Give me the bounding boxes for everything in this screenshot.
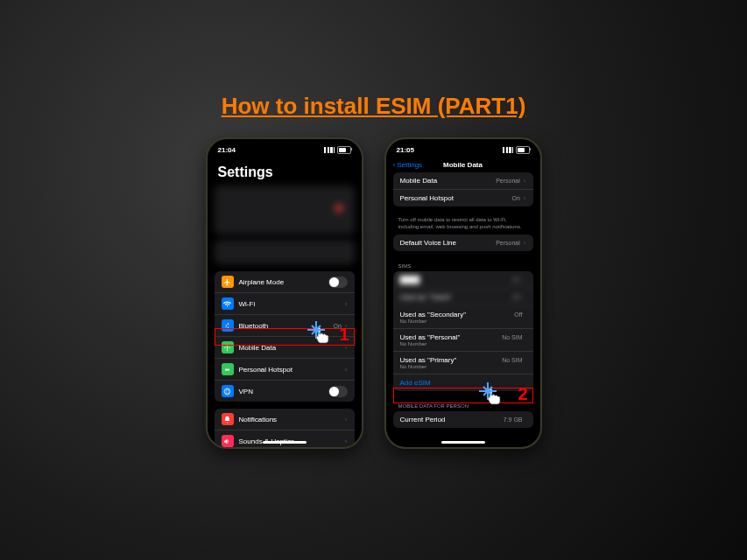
back-label: Settings <box>397 161 422 169</box>
sim2-label: Used as "Travel" <box>400 293 512 301</box>
antenna-icon <box>222 341 234 354</box>
voice-line-label: Default Voice Line <box>400 239 497 247</box>
sim-row-5[interactable]: Used as "Primary"No SIM No Number <box>393 352 533 374</box>
chevron-icon: › <box>524 293 526 301</box>
current-period-label: Current Period <box>400 416 504 424</box>
sim1-label: ████ <box>400 276 512 284</box>
sim1-value: On <box>511 276 519 283</box>
back-button[interactable]: ‹ Settings <box>393 161 423 169</box>
current-period-row[interactable]: Current Period 7.9 GB <box>393 411 533 428</box>
notch <box>254 139 315 151</box>
wifi-row[interactable]: Wi-Fi › <box>215 293 355 315</box>
chevron-icon: › <box>345 300 348 308</box>
voice-group: Default Voice Line Personal › <box>393 234 533 251</box>
chevron-icon: › <box>345 366 348 374</box>
signal-icon <box>324 147 335 153</box>
status-time: 21:04 <box>218 146 236 154</box>
hotspot-value: On <box>511 195 519 201</box>
phone-mobile-data: 21:05 ‹ Settings Mobile Data Mobile Data… <box>384 137 542 449</box>
notch <box>433 139 494 151</box>
sim5-value: No SIM <box>502 357 522 363</box>
bluetooth-icon <box>222 319 234 332</box>
connectivity-group: Airplane Mode Wi-Fi › Bluetooth On › Mob… <box>215 271 355 402</box>
mobile-data-value: Personal <box>496 178 520 184</box>
mobile-data-label: Mobile Data <box>400 177 497 185</box>
sim-row-2[interactable]: Used as "Travel" Off › <box>393 289 533 306</box>
chevron-icon: › <box>524 239 526 247</box>
wifi-icon <box>222 298 234 310</box>
sim-row-3[interactable]: Used as "Secondary"Off No Number <box>393 306 533 329</box>
chevron-icon: › <box>345 416 348 424</box>
data-hint: Turn off mobile data to restrict all dat… <box>386 214 540 234</box>
battery-icon <box>337 146 351 154</box>
battery-icon <box>516 146 530 154</box>
airplane-icon <box>222 276 234 288</box>
chevron-icon: › <box>524 194 526 202</box>
sim3-value: Off <box>514 312 522 318</box>
svg-point-3 <box>226 388 229 395</box>
signal-icon <box>503 147 513 153</box>
sim3-sub: No Number <box>400 318 427 324</box>
notifications-icon <box>222 413 234 425</box>
sounds-row[interactable]: Sounds & Haptics › <box>215 430 355 449</box>
home-indicator <box>263 441 307 444</box>
status-time: 21:05 <box>397 146 414 154</box>
sim-row-1[interactable]: ████ On › <box>393 271 533 289</box>
chevron-icon: › <box>524 276 526 284</box>
current-period-value: 7.9 GB <box>504 416 523 423</box>
step2-number: 2 <box>518 384 527 404</box>
vpn-toggle[interactable] <box>328 386 348 397</box>
sim2-value: Off <box>512 294 520 300</box>
mobile-data-row[interactable]: Mobile Data Personal › <box>393 172 533 190</box>
chevron-left-icon: ‹ <box>393 161 396 169</box>
usage-group: Current Period 7.9 GB <box>393 411 533 428</box>
page-title: How to install ESIM (PART1) <box>0 0 747 120</box>
airplane-label: Airplane Mode <box>239 278 328 286</box>
sim4-label: Used as "Personal" <box>400 333 461 341</box>
sim5-sub: No Number <box>400 364 427 369</box>
vpn-row[interactable]: VPN <box>215 381 355 402</box>
sim3-label: Used as "Secondary" <box>400 311 467 318</box>
nav-title: Mobile Data <box>443 161 483 169</box>
home-indicator <box>441 441 485 444</box>
svg-point-2 <box>224 388 230 395</box>
airplane-toggle[interactable] <box>328 276 348 288</box>
hotspot-row[interactable]: Personal Hotspot On › <box>393 190 533 206</box>
hotspot-icon <box>222 363 234 375</box>
vpn-label: VPN <box>239 388 328 396</box>
phones-container: 21:04 Settings Airplane Mode Wi-Fi <box>0 137 747 449</box>
mobile-data-row[interactable]: Mobile Data › <box>215 337 355 359</box>
suggestions-row-blurred <box>215 240 355 264</box>
bluetooth-row[interactable]: Bluetooth On › <box>215 315 355 337</box>
phone-settings: 21:04 Settings Airplane Mode Wi-Fi <box>206 137 363 449</box>
data-group: Mobile Data Personal › Personal Hotspot … <box>393 172 533 206</box>
hotspot-label: Personal Hotspot <box>400 194 512 202</box>
sim4-value: No SIM <box>502 334 522 340</box>
add-esim-label: Add eSIM <box>400 379 526 387</box>
hotspot-label: Personal Hotspot <box>239 366 345 374</box>
wifi-label: Wi-Fi <box>239 300 345 308</box>
chevron-icon: › <box>524 177 526 185</box>
vpn-icon <box>222 385 234 397</box>
notifications-row[interactable]: Notifications › <box>215 409 355 430</box>
voice-line-value: Personal <box>496 240 520 246</box>
sounds-icon <box>222 435 234 447</box>
notifications-label: Notifications <box>239 416 345 424</box>
hotspot-row[interactable]: Personal Hotspot › <box>215 359 355 381</box>
sims-header: SIMs <box>386 258 540 271</box>
usage-header: MOBILE DATA FOR PERSON <box>386 398 540 411</box>
sim-row-4[interactable]: Used as "Personal"No SIM No Number <box>393 329 533 352</box>
sim5-label: Used as "Primary" <box>400 356 457 364</box>
sim4-sub: No Number <box>400 341 427 346</box>
step1-number: 1 <box>339 325 349 345</box>
nav-bar: ‹ Settings Mobile Data <box>386 158 540 172</box>
mobile-data-label: Mobile Data <box>239 344 345 352</box>
bluetooth-label: Bluetooth <box>239 322 334 330</box>
chevron-icon: › <box>345 438 348 445</box>
airplane-mode-row[interactable]: Airplane Mode <box>215 271 355 293</box>
sims-group: ████ On › Used as "Travel" Off › Used as… <box>393 271 533 391</box>
apple-id-row-blurred <box>215 186 355 234</box>
add-esim-row[interactable]: Add eSIM <box>393 374 533 391</box>
settings-header: Settings <box>208 158 362 186</box>
voice-line-row[interactable]: Default Voice Line Personal › <box>393 234 533 251</box>
